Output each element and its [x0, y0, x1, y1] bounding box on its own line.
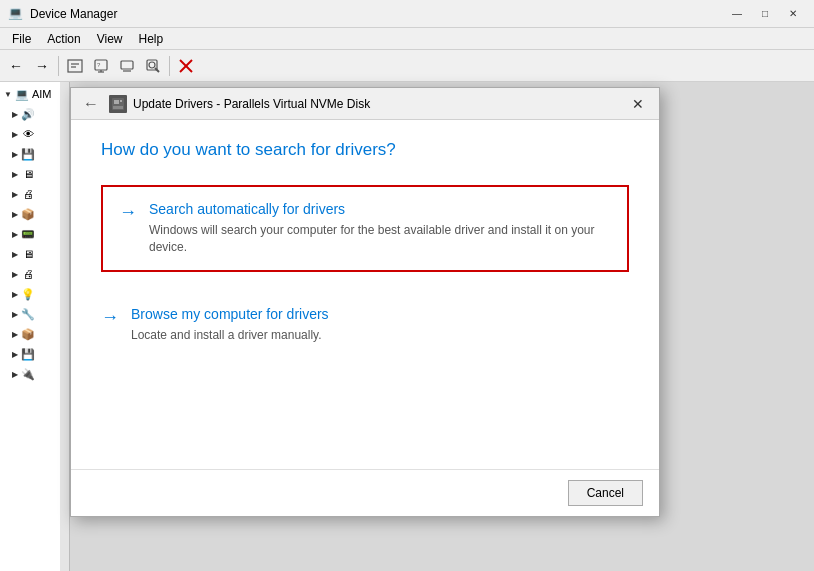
tree-item-0-icon: 🔊 [20, 106, 36, 122]
cancel-button[interactable]: Cancel [568, 480, 643, 506]
tree-item-1-icon: 👁 [20, 126, 36, 142]
window-title: Device Manager [30, 7, 724, 21]
tree-item-7[interactable]: ▶ 🖥 [0, 244, 69, 264]
tree-item-5-arrow: ▶ [12, 210, 18, 219]
tree-item-4[interactable]: ▶ 🖨 [0, 184, 69, 204]
menu-view[interactable]: View [89, 28, 131, 50]
svg-rect-7 [121, 61, 133, 69]
tree-item-3[interactable]: ▶ 🖥 [0, 164, 69, 184]
search-automatically-option[interactable]: → Search automatically for drivers Windo… [101, 185, 629, 272]
tree-item-1[interactable]: ▶ 👁 [0, 124, 69, 144]
svg-text:?: ? [97, 62, 101, 68]
svg-rect-16 [120, 100, 122, 102]
tree-root[interactable]: ▼ 💻 AIM [0, 84, 69, 104]
dialog-close-button[interactable]: ✕ [625, 93, 651, 115]
svg-point-11 [149, 62, 155, 68]
tree-item-2-arrow: ▶ [12, 150, 18, 159]
tree-item-11-icon: 📦 [20, 326, 36, 342]
svg-line-10 [155, 68, 159, 72]
menu-bar: File Action View Help [0, 28, 814, 50]
dialog-title: Update Drivers - Parallels Virtual NVMe … [133, 97, 625, 111]
dialog-overlay: ← Update Drivers - Parallels Virtual NVM… [60, 82, 814, 571]
dialog-body: How do you want to search for drivers? →… [71, 120, 659, 469]
toolbar-back[interactable]: ← [4, 54, 28, 78]
svg-rect-17 [113, 106, 123, 109]
tree-item-6-icon: 📟 [20, 226, 36, 242]
tree-item-5[interactable]: ▶ 📦 [0, 204, 69, 224]
tree-item-9[interactable]: ▶ 💡 [0, 284, 69, 304]
tree-root-icon: 💻 [14, 86, 30, 102]
dialog-footer: Cancel [71, 469, 659, 516]
dialog-back-button[interactable]: ← [79, 92, 103, 116]
main-area: ▼ 💻 AIM ▶ 🔊 ▶ 👁 ▶ 💾 ▶ 🖥 ▶ 🖨 ▶ 📦 ▶ [0, 82, 814, 571]
menu-help[interactable]: Help [131, 28, 172, 50]
menu-file[interactable]: File [4, 28, 39, 50]
tree-item-12-icon: 💾 [20, 346, 36, 362]
tree-item-5-icon: 📦 [20, 206, 36, 222]
option2-content: Browse my computer for drivers Locate an… [131, 306, 329, 344]
dialog-titlebar: ← Update Drivers - Parallels Virtual NVM… [71, 88, 659, 120]
option1-arrow: → [119, 202, 137, 223]
option2-desc: Locate and install a driver manually. [131, 327, 329, 344]
tree-item-1-arrow: ▶ [12, 130, 18, 139]
svg-rect-0 [68, 60, 82, 72]
toolbar-show-hidden[interactable] [115, 54, 139, 78]
title-bar: 💻 Device Manager — □ ✕ [0, 0, 814, 28]
option1-content: Search automatically for drivers Windows… [149, 201, 611, 256]
option2-title: Browse my computer for drivers [131, 306, 329, 322]
browse-computer-option[interactable]: → Browse my computer for drivers Locate … [101, 292, 629, 358]
tree-item-7-arrow: ▶ [12, 250, 18, 259]
maximize-button[interactable]: □ [752, 5, 778, 23]
tree-item-9-arrow: ▶ [12, 290, 18, 299]
option1-title: Search automatically for drivers [149, 201, 611, 217]
tree-item-8[interactable]: ▶ 🖨 [0, 264, 69, 284]
tree-item-13-icon: 🔌 [20, 366, 36, 382]
tree-root-arrow: ▼ [4, 90, 12, 99]
tree-item-3-arrow: ▶ [12, 170, 18, 179]
toolbar-forward[interactable]: → [30, 54, 54, 78]
tree-item-8-arrow: ▶ [12, 270, 18, 279]
toolbar-separator-2 [169, 56, 170, 76]
tree-root-label: AIM [32, 88, 52, 100]
window-controls: — □ ✕ [724, 5, 806, 23]
svg-rect-15 [114, 100, 119, 104]
tree-item-11[interactable]: ▶ 📦 [0, 324, 69, 344]
tree-item-12-arrow: ▶ [12, 350, 18, 359]
minimize-button[interactable]: — [724, 5, 750, 23]
tree-item-6-arrow: ▶ [12, 230, 18, 239]
tree-item-0[interactable]: ▶ 🔊 [0, 104, 69, 124]
toolbar-properties[interactable] [63, 54, 87, 78]
tree-item-12[interactable]: ▶ 💾 [0, 344, 69, 364]
dialog-disk-icon [109, 95, 127, 113]
menu-action[interactable]: Action [39, 28, 88, 50]
toolbar: ← → ? [0, 50, 814, 82]
tree-item-4-icon: 🖨 [20, 186, 36, 202]
tree-item-13[interactable]: ▶ 🔌 [0, 364, 69, 384]
close-button[interactable]: ✕ [780, 5, 806, 23]
tree-item-11-arrow: ▶ [12, 330, 18, 339]
tree-item-0-arrow: ▶ [12, 110, 18, 119]
tree-item-13-arrow: ▶ [12, 370, 18, 379]
tree-item-6[interactable]: ▶ 📟 [0, 224, 69, 244]
option2-arrow: → [101, 307, 119, 328]
tree-item-9-icon: 💡 [20, 286, 36, 302]
tree-item-10[interactable]: ▶ 🔧 [0, 304, 69, 324]
toolbar-update[interactable]: ? [89, 54, 113, 78]
toolbar-scan[interactable] [141, 54, 165, 78]
option1-desc: Windows will search your computer for th… [149, 222, 611, 256]
tree-item-8-icon: 🖨 [20, 266, 36, 282]
tree-item-7-icon: 🖥 [20, 246, 36, 262]
toolbar-separator-1 [58, 56, 59, 76]
update-drivers-dialog: ← Update Drivers - Parallels Virtual NVM… [70, 87, 660, 517]
tree-item-4-arrow: ▶ [12, 190, 18, 199]
tree-item-2[interactable]: ▶ 💾 [0, 144, 69, 164]
toolbar-remove[interactable] [174, 54, 198, 78]
tree-item-2-icon: 💾 [20, 146, 36, 162]
tree-item-3-icon: 🖥 [20, 166, 36, 182]
tree-item-10-arrow: ▶ [12, 310, 18, 319]
dialog-question: How do you want to search for drivers? [101, 140, 629, 160]
tree-item-10-icon: 🔧 [20, 306, 36, 322]
app-icon: 💻 [8, 6, 24, 22]
